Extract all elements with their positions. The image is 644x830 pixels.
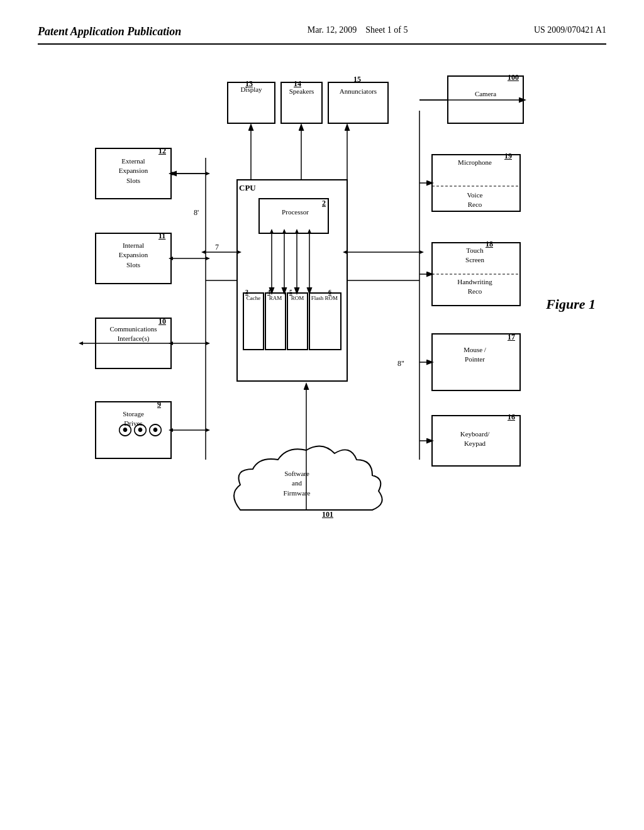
ram-label: RAM bbox=[266, 295, 285, 302]
svg-marker-40 bbox=[169, 257, 173, 260]
svg-marker-62 bbox=[237, 250, 242, 254]
ref-18: 18 bbox=[486, 240, 493, 249]
figure-label: Figure 1 bbox=[546, 296, 596, 313]
ref-6: 6 bbox=[328, 289, 331, 296]
communications-label: CommunicationsInterface(s) bbox=[97, 324, 169, 344]
voice-reco-label: VoiceReco bbox=[434, 191, 516, 210]
camera-label: Camera bbox=[454, 90, 517, 97]
ref-11: 11 bbox=[158, 231, 165, 241]
software-label: SoftwareandFirmware bbox=[250, 469, 344, 498]
speakers-label: Speakers bbox=[281, 87, 322, 95]
diagram-container: Display Speakers Annunciators 13 14 15 C… bbox=[45, 57, 599, 749]
svg-rect-1 bbox=[259, 199, 328, 233]
processor-label: Processor bbox=[262, 208, 328, 216]
svg-marker-55 bbox=[270, 229, 274, 233]
svg-marker-57 bbox=[295, 229, 299, 233]
microphone-label: Microphone bbox=[434, 158, 516, 167]
publication-date: Mar. 12, 2009 bbox=[308, 25, 357, 35]
external-expansion-label: ExternalExpansionSlots bbox=[97, 157, 169, 185]
ref-9: 9 bbox=[157, 400, 161, 409]
svg-rect-9 bbox=[448, 76, 523, 123]
ref-processor: 2 bbox=[322, 199, 326, 208]
svg-marker-56 bbox=[282, 229, 286, 233]
ref-14: 14 bbox=[294, 79, 301, 89]
ref-101: 101 bbox=[322, 510, 333, 519]
ref-19: 19 bbox=[504, 152, 512, 161]
page: Patent Application Publication Mar. 12, … bbox=[0, 0, 644, 830]
bus-label-left: 8' bbox=[194, 208, 199, 218]
sheet-info: Sheet 1 of 5 bbox=[365, 25, 408, 35]
connector-7-label: 7 bbox=[215, 243, 219, 252]
cpu-label: CPU bbox=[239, 183, 256, 193]
ref-12: 12 bbox=[158, 147, 166, 156]
ref-16: 16 bbox=[508, 412, 515, 422]
bus-label-right: 8" bbox=[397, 359, 404, 368]
svg-marker-38 bbox=[206, 172, 210, 175]
header-date-sheet: Mar. 12, 2009 Sheet 1 of 5 bbox=[308, 25, 408, 35]
svg-marker-43 bbox=[169, 341, 173, 345]
svg-marker-46 bbox=[79, 341, 83, 345]
publication-title: Patent Application Publication bbox=[38, 25, 181, 38]
rom-label: ROM bbox=[288, 295, 307, 302]
ref-5: 5 bbox=[289, 289, 292, 296]
keyboard-label: Keyboard/Keypad bbox=[434, 429, 516, 449]
patent-number: US 2009/070421 A1 bbox=[534, 25, 606, 35]
ref-10: 10 bbox=[158, 317, 166, 326]
cache-label: Cache bbox=[244, 295, 263, 302]
storage-drives-icon: ⦿⦿⦿ bbox=[118, 423, 163, 438]
svg-marker-37 bbox=[169, 172, 173, 175]
svg-marker-65 bbox=[343, 250, 347, 254]
ref-17: 17 bbox=[508, 333, 515, 342]
internal-expansion-label: InternalExpansionSlots bbox=[97, 241, 169, 270]
svg-marker-64 bbox=[419, 250, 424, 254]
ref-15: 15 bbox=[353, 75, 361, 84]
ref-13: 13 bbox=[245, 79, 253, 89]
handwriting-label: HandwritingReco bbox=[434, 277, 516, 297]
svg-marker-44 bbox=[206, 341, 210, 345]
ref-4: 4 bbox=[267, 289, 270, 296]
annunciators-label: Annunciators bbox=[328, 87, 388, 95]
svg-marker-61 bbox=[201, 250, 206, 254]
mouse-label: Mouse /Pointer bbox=[434, 345, 516, 365]
flash-rom-label: Flash ROM bbox=[309, 295, 340, 302]
page-header: Patent Application Publication Mar. 12, … bbox=[38, 25, 606, 45]
svg-marker-49 bbox=[206, 428, 210, 432]
svg-marker-48 bbox=[169, 428, 173, 432]
ref-100: 100 bbox=[508, 73, 519, 82]
svg-marker-58 bbox=[308, 229, 311, 233]
ref-3: 3 bbox=[245, 289, 248, 296]
touch-screen-label: TouchScreen bbox=[434, 246, 516, 265]
svg-marker-41 bbox=[206, 257, 210, 260]
